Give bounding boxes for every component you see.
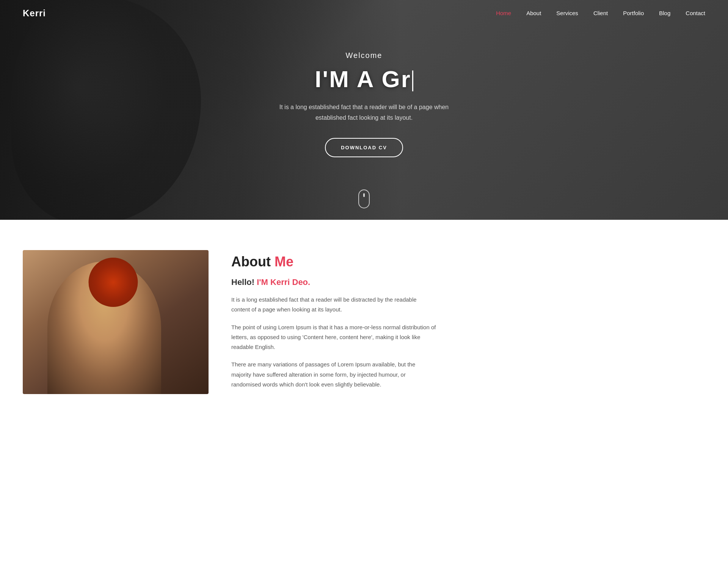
about-subheading: Hello! I'M Kerri Deo.: [231, 277, 705, 287]
about-image: [23, 250, 209, 394]
scroll-box: [358, 189, 370, 208]
about-content: About Me Hello! I'M Kerri Deo. It is a l…: [231, 250, 705, 397]
about-subheading-plain: Hello!: [231, 277, 254, 287]
nav-link-client[interactable]: Client: [593, 10, 608, 16]
scroll-indicator: [0, 189, 728, 220]
about-name-highlight: I'M Kerri Deo.: [254, 277, 310, 287]
nav-item-services[interactable]: Services: [556, 10, 578, 17]
download-cv-button[interactable]: DOWNLOAD CV: [325, 138, 403, 157]
nav-link-contact[interactable]: Contact: [686, 10, 705, 16]
about-paragraph-3: There are many variations of passages of…: [231, 360, 436, 390]
about-paragraph-1: It is a long established fact that a rea…: [231, 295, 436, 315]
nav-item-client[interactable]: Client: [593, 10, 608, 17]
hero-description: It is a long established fact that a rea…: [269, 102, 459, 122]
nav-link-blog[interactable]: Blog: [659, 10, 670, 16]
about-image-container: [23, 250, 209, 394]
hero-section: Kerri Home About Services Client Portfol…: [0, 0, 728, 220]
nav-item-portfolio[interactable]: Portfolio: [623, 10, 644, 17]
hero-title-text: I'M A Gr: [315, 66, 411, 92]
about-paragraph-2: The point of using Lorem Ipsum is that i…: [231, 322, 436, 352]
navbar: Kerri Home About Services Client Portfol…: [0, 0, 728, 27]
nav-item-blog[interactable]: Blog: [659, 10, 670, 17]
nav-link-about[interactable]: About: [526, 10, 541, 16]
about-heading-highlight: Me: [271, 254, 293, 269]
nav-link-services[interactable]: Services: [556, 10, 578, 16]
nav-item-home[interactable]: Home: [496, 10, 511, 17]
nav-link-portfolio[interactable]: Portfolio: [623, 10, 644, 16]
scroll-dot: [363, 193, 365, 197]
about-section: About Me Hello! I'M Kerri Deo. It is a l…: [0, 220, 728, 427]
hero-cursor: [412, 70, 413, 91]
nav-link-home[interactable]: Home: [496, 10, 511, 16]
nav-links: Home About Services Client Portfolio Blo…: [496, 10, 705, 17]
hero-title: I'M A Gr: [315, 66, 413, 92]
about-heading-plain: About: [231, 254, 271, 269]
hero-welcome-text: Welcome: [346, 51, 383, 60]
nav-item-about[interactable]: About: [526, 10, 541, 17]
hero-content: Welcome I'M A Gr It is a long establishe…: [0, 19, 728, 189]
about-heading: About Me: [231, 254, 705, 270]
nav-item-contact[interactable]: Contact: [686, 10, 705, 17]
nav-logo[interactable]: Kerri: [23, 8, 46, 19]
